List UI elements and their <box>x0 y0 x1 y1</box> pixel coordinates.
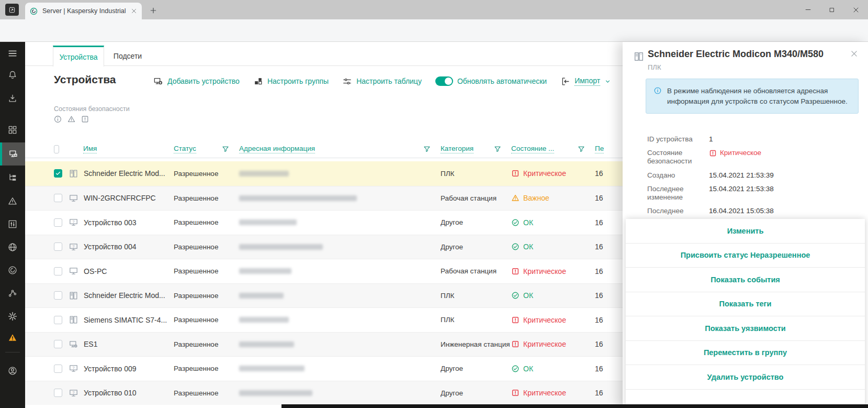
filter-icon-category[interactable] <box>493 145 502 153</box>
table-row[interactable]: Siemens SIMATIC S7-4...РазрешенноеПЛККри… <box>25 307 623 332</box>
menu-item[interactable]: Присвоить статус Неразрешенное <box>626 244 865 268</box>
maximize-button[interactable] <box>820 0 844 19</box>
sidebar-item-control[interactable] <box>0 213 25 236</box>
sidebar-item-account[interactable] <box>0 359 25 382</box>
sidebar-item-structure[interactable] <box>0 166 25 189</box>
sidebar-item-notifications[interactable] <box>0 63 25 86</box>
download-icon <box>7 93 18 104</box>
sidebar-item-process-control[interactable] <box>0 259 25 282</box>
row-checkbox[interactable] <box>54 291 62 300</box>
tab-close-icon[interactable] <box>130 7 138 15</box>
row-checkbox[interactable] <box>54 365 62 373</box>
column-label-name[interactable]: Имя <box>83 145 97 153</box>
row-checkbox[interactable] <box>54 316 62 324</box>
configure-table-button[interactable]: Настроить таблицу <box>342 76 422 86</box>
last-seen-cell: 16 <box>595 169 623 178</box>
column-label-state[interactable]: Состояние ... <box>511 145 554 153</box>
table-row[interactable]: ?Устройство 003РазрешенноеДругоеОК16 <box>25 210 623 235</box>
table-row[interactable]: WIN-2GRCNFRCFPCРазрешенноеРабочая станци… <box>25 186 623 211</box>
workstation-icon <box>69 266 78 276</box>
sidebar-item-dashboard[interactable] <box>0 118 25 141</box>
warning-state-icon[interactable] <box>67 115 76 124</box>
filter-icon-address[interactable] <box>423 145 431 153</box>
taskbar-edge <box>281 404 868 408</box>
status-cell: Разрешенное <box>174 340 239 348</box>
menu-item[interactable]: Переместить в группу <box>626 341 865 366</box>
table-row[interactable]: ES1РазрешенноеИнженерная станцияКритичес… <box>25 332 623 357</box>
row-checkbox[interactable] <box>54 194 62 202</box>
row-checkbox[interactable] <box>54 267 62 275</box>
panel-close-icon[interactable] <box>850 49 859 58</box>
select-all-checkbox[interactable] <box>54 145 59 153</box>
ok-icon <box>511 242 520 251</box>
menu-item[interactable]: Показать уязвимости <box>626 316 865 341</box>
control-icon <box>7 219 18 229</box>
import-button[interactable]: Импорт <box>560 76 611 86</box>
minimize-button[interactable] <box>796 0 820 19</box>
critical-state-icon[interactable] <box>81 115 89 124</box>
table-row[interactable]: OS-PCРазрешенноеРабочая станцияКритическ… <box>25 259 623 283</box>
menu-item[interactable]: Изменить <box>626 219 865 244</box>
sidebar-item-menu[interactable] <box>0 42 25 65</box>
add-device-button[interactable]: Добавить устройство <box>153 76 240 86</box>
auto-update-button[interactable]: Обновлять автоматически <box>435 76 547 86</box>
column-label-last[interactable]: Пе <box>595 145 604 153</box>
menu-item[interactable]: Показать события <box>626 268 865 292</box>
column-label-status[interactable]: Статус <box>174 145 196 153</box>
toolbar-label: Обновлять автоматически <box>457 77 547 85</box>
sidebar-item-updates[interactable] <box>0 87 25 110</box>
table-row[interactable]: Schneider Electric Mod...РазрешенноеПЛКО… <box>25 283 623 308</box>
auto-update-toggle[interactable] <box>435 76 453 86</box>
sidebar-item-settings[interactable] <box>0 305 25 328</box>
menu-item[interactable]: Удалить устройство <box>626 365 865 390</box>
filter-icon-status[interactable] <box>221 145 230 153</box>
table-row[interactable]: ?Устройство 004РазрешенноеДругоеОК16 <box>25 235 623 259</box>
plc-icon <box>69 169 78 179</box>
engineering-station-icon <box>69 339 78 349</box>
tab-devices[interactable]: Устройства <box>53 46 104 67</box>
row-checkbox[interactable] <box>54 389 62 397</box>
row-checkbox[interactable] <box>54 218 62 227</box>
sidebar-item-devices[interactable] <box>0 142 25 166</box>
configure-groups-button[interactable]: Настроить группы <box>253 76 329 86</box>
important-icon <box>511 194 520 202</box>
column-label-category[interactable]: Категория <box>441 145 474 153</box>
menu-item[interactable]: Показать теги <box>626 292 865 317</box>
tab-subnets[interactable]: Подсети <box>104 46 151 67</box>
unknown-device-icon: ? <box>69 363 78 373</box>
close-window-button[interactable] <box>844 0 868 19</box>
add-device-icon <box>153 76 163 86</box>
browser-app-button[interactable] <box>5 4 19 16</box>
filter-icon-state[interactable] <box>577 145 585 153</box>
critical-icon <box>511 389 520 397</box>
row-checkbox[interactable] <box>54 340 62 348</box>
table-settings-icon <box>342 76 352 86</box>
row-checkbox[interactable] <box>54 242 62 251</box>
security-state-cell: Критическое <box>511 267 595 275</box>
column-header-last: Пе <box>595 140 623 158</box>
device-name-cell: ?Устройство 009 <box>69 363 174 373</box>
row-checkbox-cell <box>54 291 69 300</box>
toolbar-label: Настроить группы <box>267 77 329 85</box>
row-checkbox[interactable] <box>54 169 62 178</box>
browser-tab[interactable]: Server | Kaspersky Industrial Cyb <box>25 3 142 19</box>
sidebar-item-alerts[interactable] <box>0 326 25 349</box>
new-tab-button[interactable] <box>148 5 159 16</box>
page-title: Устройства <box>54 73 116 86</box>
status-cell: Разрешенное <box>174 267 239 275</box>
redacted-address <box>239 171 289 177</box>
sidebar-item-topology[interactable] <box>0 282 25 305</box>
ok-icon <box>511 218 520 227</box>
device-name: Устройство 003 <box>84 218 137 227</box>
info-state-icon[interactable] <box>53 115 62 124</box>
last-seen-cell: 16 <box>595 242 623 251</box>
table-row[interactable]: ?Устройство 010РазрешенноеДругоеКритичес… <box>25 381 623 405</box>
sidebar-item-network[interactable] <box>0 236 25 259</box>
table-row[interactable]: Schneider Electric Mod...РазрешенноеПЛКК… <box>25 161 623 186</box>
sidebar-divider <box>5 352 20 352</box>
table-row[interactable]: ?Устройство 009РазрешенноеДругоеОК16 <box>25 356 623 381</box>
detail-value: 1 <box>709 135 860 144</box>
sidebar-item-events[interactable] <box>0 190 25 213</box>
groups-icon <box>253 76 263 86</box>
column-label-address[interactable]: Адресная информация <box>239 145 315 153</box>
